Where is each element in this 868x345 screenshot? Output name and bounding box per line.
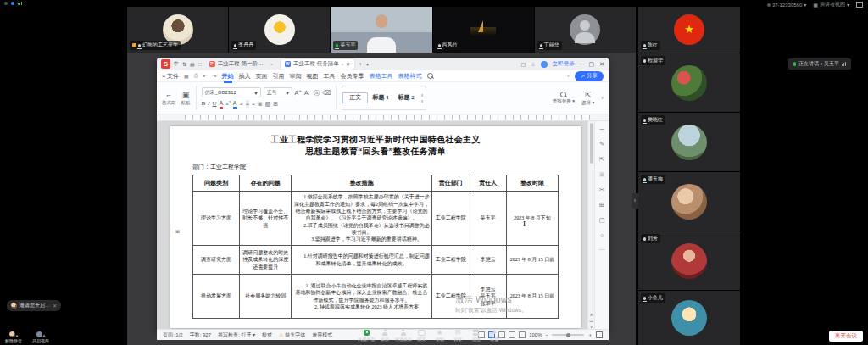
chat-button[interactable]: 聊天 [413,329,431,342]
zoom-slider[interactable] [552,334,584,336]
undo-icon[interactable]: ↶ [203,73,208,79]
participant-tile[interactable]: 西风竹 [433,7,534,53]
underline-icon[interactable]: U [213,100,217,108]
account-avatar[interactable] [541,61,548,68]
search-icon[interactable] [427,73,433,79]
minimize-icon[interactable]: ─ [580,61,584,67]
highlight-icon[interactable]: A [233,99,237,109]
find-replace-button[interactable]: 查找替换 ▾ [553,92,575,104]
maximize-icon[interactable]: ▢ [589,61,595,67]
wps-logo[interactable]: S [161,59,170,69]
star-icon[interactable]: ☆ [531,61,535,67]
decrease-font-icon[interactable]: A⁻ [304,89,311,97]
clear-format-icon[interactable]: ⌫ [322,89,331,97]
print-quick-icon[interactable]: ⎙ [194,73,198,79]
participant-tile[interactable]: 李丹丹 [229,7,330,53]
tab-home[interactable]: 开始 [222,72,234,81]
document-canvas[interactable]: 工业工程学院学习贯彻习近平新时代中国特色社会主义 思想主题教育“回头看”整改任务… [157,121,587,329]
unmute-button[interactable]: ▴ 解除静音 [5,331,22,343]
web-view-icon[interactable] [509,331,515,338]
style-up-icon[interactable]: ∧ [420,92,424,97]
prev-page-icon[interactable]: ∧ [588,312,594,317]
zoom-in-icon[interactable]: ＋ [587,331,593,339]
participant-tile-speaking[interactable]: 吴玉平 [331,7,431,53]
audio-button[interactable]: 内置声音 [358,329,376,342]
increase-font-icon[interactable]: A⁺ [295,89,302,97]
meeting-number[interactable]: 37-12330560 ▾ [767,2,806,8]
participant-tile[interactable]: 丁丽华 [535,7,636,53]
align-center-icon[interactable]: ≡ [246,100,249,108]
more-icon[interactable]: ⋯ [599,247,605,253]
camera-button[interactable]: ▴ 开启视频 [32,331,49,343]
participant-tile[interactable]: 小鱼儿 [638,291,740,345]
apps-button[interactable]: 应用 [467,329,485,342]
transcribe-button[interactable]: ▤转录 [449,329,467,342]
tab-page[interactable]: 页面 [256,72,268,81]
shading-icon[interactable]: ▧ [265,100,271,108]
paste-button[interactable]: ▣ 粘贴 [181,84,191,112]
participant-tile[interactable]: ★ 陈红 [638,7,740,53]
missing-font-warning[interactable]: ⚠ 缺失字体 [279,331,305,339]
tab-reference[interactable]: 引用 [273,72,285,81]
text-effect-icon[interactable]: Ⓐ [314,89,320,97]
select-button[interactable]: ⇱ 选择 ▾ [581,91,594,106]
save-icon[interactable]: ▤ [190,61,195,67]
pin-icon[interactable]: ▫ [271,62,273,67]
ribbon-expand-icon[interactable]: › [601,94,604,102]
comment-icon[interactable]: ▢ [599,217,605,224]
members-button[interactable]: 成员 [376,329,394,342]
redo-icon[interactable]: ↷ [213,73,217,79]
page-nav-icon[interactable]: ▭ [588,318,594,323]
invite-toast[interactable]: 邀请您开启… ✕ [7,300,61,311]
style-down-icon[interactable]: ∨ [420,98,424,103]
select-tool-icon[interactable]: ⇱ [599,156,604,163]
participant-tile[interactable]: 幻熊的工艺美学 [127,7,228,53]
bold-icon[interactable]: B [202,100,206,108]
close-icon[interactable]: ✕ [599,61,604,67]
font-size-select[interactable]: 五号▾ [264,87,292,97]
zoom-out-icon[interactable]: − [545,332,548,337]
record-button[interactable]: ◉录制 [431,329,448,342]
format-painter-button[interactable]: ⌐ 格式刷 [162,84,176,112]
collapse-icon[interactable]: ─ [600,126,604,132]
horizontal-ruler[interactable] [157,114,609,121]
participant-tile[interactable]: 潘玉梅 [638,172,740,231]
zoom-level[interactable]: 100% [529,332,542,337]
edit-pen-icon[interactable]: ✎ [599,141,604,147]
scrollbar-thumb[interactable] [590,123,593,164]
font-name-select[interactable]: 仿宋_GB2312▾ [202,87,261,97]
doc-tab-active[interactable]: W 工业工程-任务清单 ▫ ✕ [281,59,354,70]
table-select-handle-icon[interactable]: ⊞ [175,228,180,234]
fit-page-icon[interactable] [596,331,603,338]
stamp-icon[interactable]: ▣ [599,171,605,178]
settings-button[interactable]: ✱设置 [486,329,504,342]
help-icon[interactable]: ○ [600,232,604,238]
align-right-icon[interactable]: ≡ [252,100,255,108]
tab-table-tools[interactable]: 表格工具 [370,72,393,81]
home-icon[interactable]: 中 [174,60,179,68]
meeting-info-icon[interactable] [11,2,14,5]
sidebar-collapse-handle[interactable]: › [632,193,638,209]
participant-tile[interactable]: 樊晓红 [638,113,740,171]
tab-review[interactable]: 审阅 [290,72,302,81]
tab-table-style[interactable]: 表格样式 [398,72,422,81]
snippet-icon[interactable]: ✂ [599,186,604,193]
save-quick-icon[interactable]: ▤ [184,73,189,79]
login-button[interactable]: 立即登录 [553,60,575,68]
view-mode-selector[interactable]: ▦ 演讲者视图 ▾ [813,1,849,8]
word-count[interactable]: 字数: 927 [190,331,211,339]
fullread-icon[interactable] [519,331,526,338]
spellcheck-status[interactable]: 拼写检查: 打开 ▾ [218,331,255,339]
tab-tools[interactable]: 工具 [324,72,336,81]
tab-member[interactable]: 会员专享 [341,72,364,81]
align-left-icon[interactable]: ≡ [240,100,243,108]
pin-icon[interactable]: ▫ [342,62,343,67]
participant-tile[interactable]: 程淑华 [638,53,740,112]
proofread-button[interactable]: 校对 [262,331,272,339]
superscript-icon[interactable]: x² [225,100,231,108]
style-heading1[interactable]: 标题 1 [368,92,393,104]
style-body[interactable]: 正文 [342,92,368,104]
doc-tab-inactive[interactable]: P 工业工程-第一阶段） ▫ [205,59,277,70]
next-page-icon[interactable]: ∨ [588,324,594,329]
layout-icon[interactable]: ▢ [520,61,526,67]
